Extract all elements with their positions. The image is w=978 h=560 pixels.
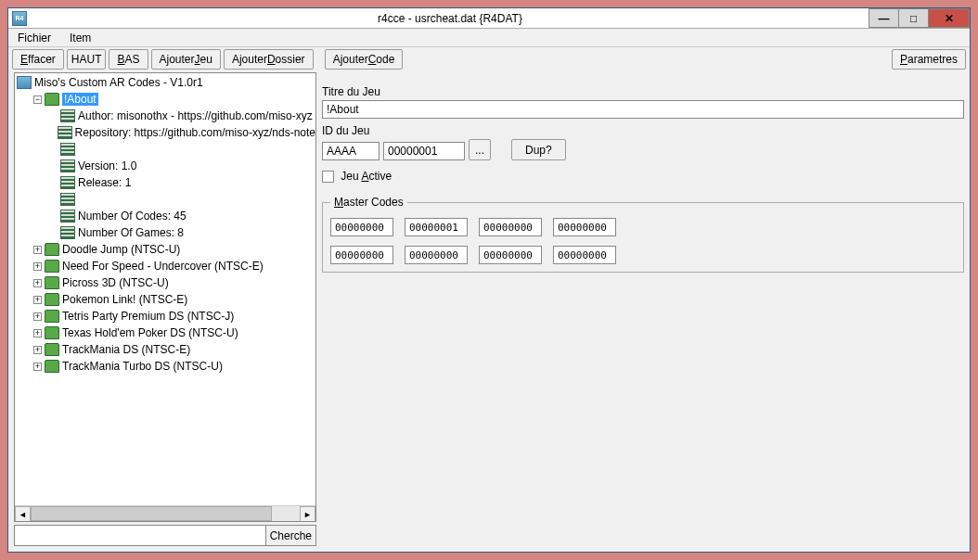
expand-icon[interactable]: + (33, 246, 42, 254)
tree-row[interactable]: +Texas Hold'em Poker DS (NTSC-U) (15, 325, 315, 341)
master-code-input[interactable] (405, 246, 468, 264)
binary-icon (60, 109, 75, 122)
expand-icon[interactable]: + (33, 329, 42, 337)
close-button[interactable]: ✕ (928, 8, 970, 28)
master-code-input[interactable] (330, 246, 393, 264)
game-id-2-input[interactable] (383, 142, 465, 160)
master-codes-group: Master Codes (322, 196, 964, 273)
tree-label: Tetris Party Premium DS (NTSC-J) (62, 310, 234, 323)
scroll-right-button[interactable]: ► (300, 506, 315, 522)
binary-icon (60, 210, 75, 223)
tree-row[interactable] (15, 191, 315, 208)
game-title-input[interactable] (322, 100, 964, 119)
binary-icon (60, 176, 75, 189)
erase-button[interactable]: Effacer (12, 49, 64, 70)
master-code-input[interactable] (479, 246, 542, 264)
tree-row[interactable]: Release: 1 (15, 174, 315, 191)
tree-label: !About (62, 93, 98, 106)
cartridge-icon (45, 243, 59, 256)
menubar: Fichier Item (8, 29, 970, 46)
tree-row[interactable]: −!About (15, 91, 315, 108)
search-button[interactable]: Cherche (265, 525, 316, 546)
cartridge-icon (45, 293, 59, 306)
up-button[interactable]: HAUT (67, 49, 107, 70)
expand-icon[interactable]: + (33, 346, 42, 354)
tree-row[interactable]: +Picross 3D (NTSC-U) (15, 274, 315, 291)
tree-row[interactable]: +Need For Speed - Undercover (NTSC-E) (15, 258, 315, 274)
titlebar[interactable]: R4 r4cce - usrcheat.dat {R4DAT} — □ ✕ (8, 8, 970, 29)
tree-row[interactable]: Version: 1.0 (15, 158, 315, 174)
master-codes-row-2 (330, 246, 956, 264)
cartridge-icon (45, 326, 59, 339)
master-code-input[interactable] (553, 246, 616, 264)
expand-icon[interactable]: + (33, 262, 42, 271)
toolbar: Effacer HAUT BAS Ajouter Jeu Ajouter Dos… (8, 46, 970, 70)
tree-row[interactable] (15, 141, 315, 158)
left-panel: Miso's Custom AR Codes - V1.0r1−!AboutAu… (14, 72, 316, 546)
parameters-button[interactable]: Parametres (892, 49, 966, 70)
tree-row[interactable]: +TrackMania Turbo DS (NTSC-U) (15, 358, 315, 375)
tree-row[interactable]: Author: misonothx - https://github.com/m… (15, 108, 315, 124)
tree-label: Need For Speed - Undercover (NTSC-E) (62, 260, 264, 273)
expand-icon[interactable]: + (33, 312, 42, 321)
tree-row[interactable]: +Doodle Jump (NTSC-U) (15, 241, 315, 258)
tree-label: Repository: https://github.com/miso-xyz/… (75, 126, 315, 139)
master-codes-row-1 (330, 218, 956, 236)
tree-label: TrackMania DS (NTSC-E) (62, 343, 190, 356)
game-active-checkbox[interactable] (322, 171, 334, 183)
tree-label: Number Of Codes: 45 (78, 210, 187, 223)
binary-icon (60, 226, 75, 239)
tree-label: Number Of Games: 8 (78, 226, 184, 239)
cartridge-icon (45, 343, 59, 356)
expand-icon[interactable]: + (33, 279, 42, 287)
cartridge-icon (45, 276, 59, 289)
binary-icon (60, 193, 75, 206)
tree-label: Doodle Jump (NTSC-U) (62, 243, 180, 256)
tree-row[interactable]: +TrackMania DS (NTSC-E) (15, 341, 315, 358)
minimize-button[interactable]: — (869, 8, 899, 28)
scroll-thumb[interactable] (31, 506, 272, 521)
maximize-button[interactable]: □ (898, 8, 929, 28)
search-input[interactable] (14, 525, 266, 546)
menu-item[interactable]: Item (64, 31, 97, 45)
expand-icon[interactable]: + (33, 296, 42, 304)
master-code-input[interactable] (479, 218, 542, 236)
binary-icon (58, 126, 72, 139)
tree-view[interactable]: Miso's Custom AR Codes - V1.0r1−!AboutAu… (15, 73, 315, 505)
tree-label: Pokemon Link! (NTSC-E) (62, 293, 187, 306)
expand-icon[interactable]: − (33, 95, 42, 104)
app-window: R4 r4cce - usrcheat.dat {R4DAT} — □ ✕ Fi… (7, 7, 971, 553)
add-game-button[interactable]: Ajouter Jeu (151, 49, 221, 70)
tree-row[interactable]: Number Of Codes: 45 (15, 208, 315, 224)
cartridge-icon (45, 360, 59, 373)
tree-scrollbar-h[interactable]: ◄ ► (15, 505, 315, 521)
tree-label: Release: 1 (78, 176, 131, 189)
tree-label: Version: 1.0 (78, 159, 136, 172)
add-code-button[interactable]: Ajouter Code (325, 49, 404, 70)
master-code-input[interactable] (553, 218, 616, 236)
browse-button[interactable]: ... (469, 139, 491, 160)
game-title-label: Titre du Jeu (322, 85, 964, 98)
binary-icon (60, 159, 75, 172)
app-icon: R4 (12, 11, 27, 26)
master-code-input[interactable] (405, 218, 468, 236)
expand-icon[interactable]: + (33, 363, 42, 371)
cartridge-icon (45, 310, 59, 323)
tree-row[interactable]: Repository: https://github.com/miso-xyz/… (15, 124, 315, 141)
tree-label: Picross 3D (NTSC-U) (62, 276, 169, 289)
dup-button[interactable]: Dup? (511, 139, 566, 160)
scroll-left-button[interactable]: ◄ (15, 506, 31, 522)
game-id-1-input[interactable] (322, 142, 380, 160)
down-button[interactable]: BAS (109, 49, 148, 70)
window-title: r4cce - usrcheat.dat {R4DAT} (31, 12, 869, 25)
tree-row[interactable]: Number Of Games: 8 (15, 224, 315, 241)
tree-row[interactable]: +Pokemon Link! (NTSC-E) (15, 291, 315, 308)
master-code-input[interactable] (330, 218, 393, 236)
add-folder-button[interactable]: Ajouter Dossier (224, 49, 314, 70)
tree-row[interactable]: Miso's Custom AR Codes - V1.0r1 (15, 74, 315, 91)
menu-file[interactable]: Fichier (12, 31, 57, 45)
cartridge-icon (45, 260, 59, 273)
tree-label: Texas Hold'em Poker DS (NTSC-U) (62, 326, 238, 339)
tree-row[interactable]: +Tetris Party Premium DS (NTSC-J) (15, 308, 315, 325)
tree-label: Miso's Custom AR Codes - V1.0r1 (34, 76, 203, 89)
